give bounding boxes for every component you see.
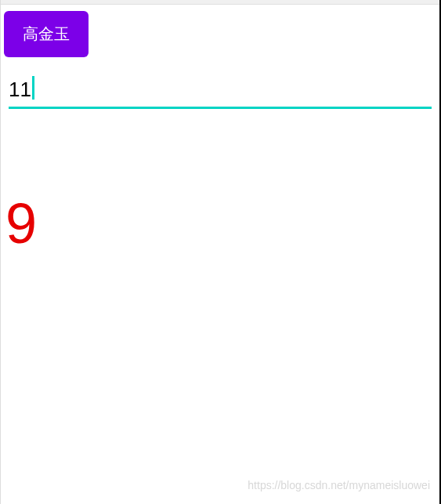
display-number: 9 xyxy=(5,195,439,252)
input-container xyxy=(9,73,432,109)
top-bar xyxy=(1,0,439,5)
name-button[interactable]: 高金玉 xyxy=(4,11,89,57)
number-input[interactable] xyxy=(9,73,432,109)
watermark-text: https://blog.csdn.net/mynameisluowei xyxy=(248,479,430,491)
text-cursor xyxy=(32,76,34,100)
